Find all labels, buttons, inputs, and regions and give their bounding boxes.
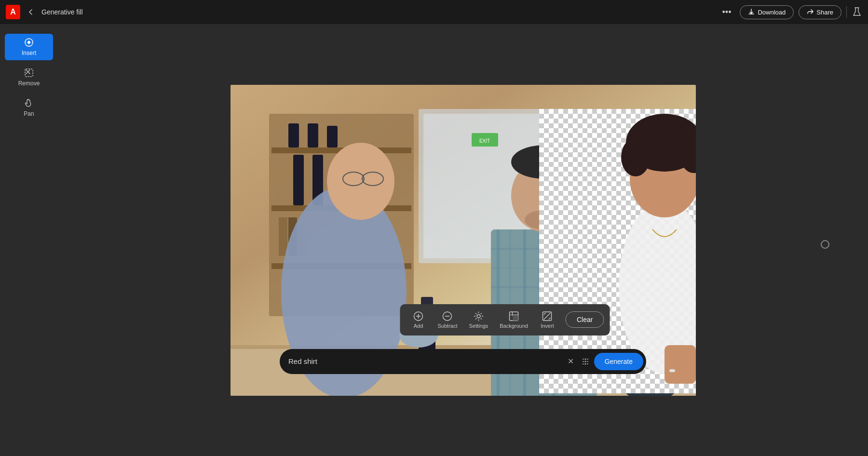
orbit-indicator [821,240,829,249]
toolbar-settings[interactable]: Settings [464,308,493,332]
insert-icon [24,38,34,47]
invert-label: Invert [541,323,554,329]
canvas-area[interactable]: EXIT [58,24,868,456]
sidebar-item-insert[interactable]: Insert [5,34,53,60]
app-title: Generative fill [41,8,83,16]
svg-rect-15 [293,155,304,205]
share-button[interactable]: Share [799,5,841,19]
settings-label: Settings [469,323,488,329]
subtract-icon [442,311,453,322]
flask-icon[interactable] [852,7,862,17]
subtract-label: Subtract [438,323,458,329]
svg-rect-13 [308,123,318,148]
left-sidebar: Insert Remove Pan [0,24,58,456]
header-divider [846,6,847,18]
add-label: Add [414,323,423,329]
toolbar-subtract[interactable]: Subtract [433,308,462,332]
svg-rect-14 [327,126,338,148]
insert-label: Insert [22,50,36,56]
toolbar-background[interactable]: Background [495,308,533,332]
clear-button[interactable]: Clear [566,311,604,328]
svg-text:EXIT: EXIT [479,138,489,144]
pan-label: Pan [24,110,34,117]
svg-rect-67 [665,345,696,384]
toolbar-invert[interactable]: Invert [535,308,560,332]
invert-icon [542,311,553,322]
background-label: Background [500,323,528,329]
prompt-settings-button[interactable] [577,353,594,370]
download-button[interactable]: Download [740,5,794,19]
pan-icon [24,98,34,108]
main-content: Insert Remove Pan [0,24,868,456]
sidebar-item-pan[interactable]: Pan [5,94,53,121]
image-container[interactable]: EXIT [231,85,696,396]
remove-icon [24,68,34,78]
back-button[interactable] [25,6,37,18]
toolbar-add[interactable]: Add [406,308,431,332]
add-icon [413,311,424,322]
prompt-bar: ✕ Generate [280,349,646,374]
svg-rect-68 [669,369,675,372]
floating-toolbar: Add Subtract [400,304,610,335]
svg-rect-73 [513,315,518,321]
svg-point-77 [584,363,586,364]
header-actions: ••• Download Share [719,5,862,19]
remove-label: Remove [18,80,40,87]
svg-point-76 [584,361,586,362]
adobe-logo: A [6,5,20,19]
sidebar-item-remove[interactable]: Remove [5,64,53,91]
background-icon [509,311,519,322]
svg-point-65 [633,121,667,155]
svg-rect-12 [288,123,299,148]
prompt-input[interactable] [288,357,565,365]
svg-point-75 [584,358,586,360]
svg-point-71 [477,314,480,318]
header: A Generative fill ••• Download Share [0,0,868,24]
generate-button[interactable]: Generate [594,353,643,370]
svg-point-27 [327,143,394,220]
prompt-clear-button[interactable]: ✕ [565,356,577,367]
svg-rect-17 [279,217,287,256]
svg-point-66 [664,118,694,148]
more-options-button[interactable]: ••• [719,5,735,19]
settings-icon [473,311,484,322]
